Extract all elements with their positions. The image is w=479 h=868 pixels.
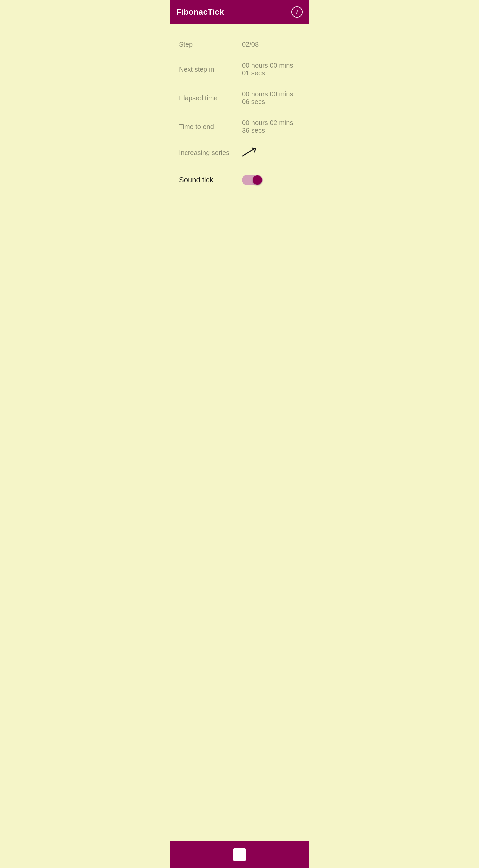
- sound-tick-row: Sound tick: [179, 168, 300, 192]
- elapsed-time-value: 00 hours 00 mins 06 secs: [242, 90, 300, 105]
- step-value: 02/08: [242, 41, 259, 48]
- sound-tick-label: Sound tick: [179, 176, 232, 184]
- trend-up-icon: [242, 148, 256, 158]
- next-step-label: Next step in: [179, 66, 232, 73]
- info-button[interactable]: i: [292, 6, 303, 18]
- app-title: FibonacTick: [176, 7, 224, 17]
- elapsed-time-row: Elapsed time 00 hours 00 mins 06 secs: [179, 84, 300, 112]
- increasing-series-row: Increasing series: [179, 141, 300, 165]
- step-row: Step 02/08: [179, 34, 300, 55]
- time-to-end-row: Time to end 00 hours 02 mins 36 secs: [179, 112, 300, 141]
- next-step-value: 00 hours 00 mins 01 secs: [242, 62, 300, 77]
- time-to-end-value: 00 hours 02 mins 36 secs: [242, 119, 300, 134]
- elapsed-time-label: Elapsed time: [179, 94, 232, 102]
- step-label: Step: [179, 41, 232, 48]
- bottom-bar: [170, 841, 309, 868]
- main-content: Step 02/08 Next step in 00 hours 00 mins…: [170, 24, 309, 841]
- app-header: FibonacTick i: [170, 0, 309, 24]
- stop-button[interactable]: [233, 848, 246, 861]
- toggle-track: [242, 175, 263, 185]
- sound-tick-toggle[interactable]: [242, 175, 263, 185]
- increasing-series-label: Increasing series: [179, 149, 232, 157]
- toggle-thumb: [253, 176, 262, 185]
- next-step-row: Next step in 00 hours 00 mins 01 secs: [179, 55, 300, 84]
- time-to-end-label: Time to end: [179, 123, 232, 130]
